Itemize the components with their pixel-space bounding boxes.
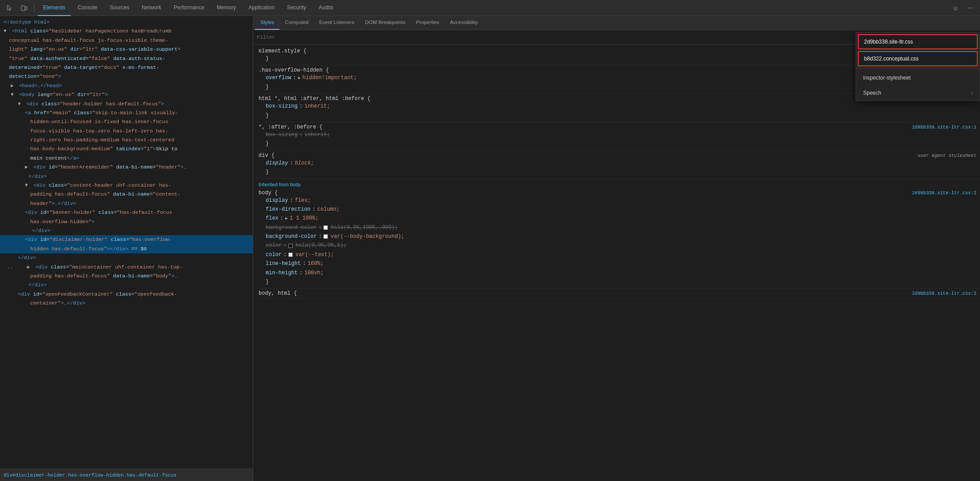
css-selector-div: div { — [259, 152, 275, 159]
css-rule-div-ua: div { user agent stylesheet display: blo… — [253, 151, 980, 179]
tab-security[interactable]: Security — [282, 0, 311, 16]
stylesheet-dropdown-panel[interactable]: 2d9bb338.site-ltr.css b8d322.conceptual.… — [856, 32, 980, 101]
tab-elements[interactable]: Elements — [38, 0, 71, 16]
color-swatch-dark[interactable] — [288, 244, 293, 248]
dom-line-main-close: </div> — [0, 281, 253, 289]
dom-line-skip-link[interactable]: <a href="#main" class="skip-to-main-link… — [0, 108, 253, 117]
styles-content[interactable]: element.style { } .has-overflow-hidden {… — [253, 44, 980, 481]
dom-line-skip-link-4: right-zero has-padding-medium has-text-c… — [0, 136, 253, 144]
tab-event-listeners[interactable]: Event Listeners — [314, 16, 359, 30]
css-selector-overflow: .has-overflow-hidden { — [259, 67, 329, 73]
tab-computed[interactable]: Computed — [279, 16, 314, 30]
css-prop-html-box-sizing: box-sizing: inherit; — [259, 102, 976, 111]
tab-sources[interactable]: Sources — [104, 0, 135, 16]
more-options-button[interactable]: ⋯ — [965, 3, 976, 13]
dom-line-content-header-3: header">…</div> — [0, 199, 253, 208]
dom-line-html-2: conceptual has-default-focus js-focus-vi… — [0, 36, 253, 45]
dropdown-item-site-ltr-css[interactable]: 2d9bb338.site-ltr.css — [858, 34, 978, 49]
css-prop-all-box-sizing: box-sizing: inherit; — [259, 130, 976, 139]
tab-dom-breakpoints[interactable]: DOM Breakpoints — [360, 16, 411, 30]
css-prop-body-color-strike: color: hsla(0,0%,9%,1); — [259, 241, 976, 250]
dropdown-item-speech[interactable]: Speech › — [856, 85, 980, 100]
dropdown-item-conceptual-css[interactable]: b8d322.conceptual.css — [858, 51, 978, 66]
css-source-ua: user agent stylesheet — [918, 153, 976, 158]
css-prop-display-block: display: block; — [259, 159, 976, 168]
color-swatch-body-bg[interactable] — [323, 234, 328, 239]
css-prop-body-flex: flex: ▶ 1 1 100%; — [259, 214, 976, 223]
css-rule-all-pseudo: *, :after, :before { 2d9bb338.site-ltr.c… — [253, 122, 980, 151]
css-source-body-html[interactable]: 2d9bb338.site-ltr.css:2 — [912, 291, 976, 296]
dom-line-ellipsis[interactable]: .. ▶ <div class="mainContainer uhf-conta… — [0, 263, 253, 272]
tab-performance[interactable]: Performance — [168, 0, 210, 16]
css-selector-all-pseudo: *, :after, :before { — [259, 124, 323, 130]
tab-audits[interactable]: Audits — [313, 0, 339, 16]
toolbar-right-icons: ☺ ⋯ — [950, 3, 976, 13]
dom-line-header-holder[interactable]: ▼ <div class="header-holder has-default-… — [0, 100, 253, 108]
dom-line-html-4: "true" data-authenticated="false" data-a… — [0, 54, 253, 63]
css-rule-body-html: body, html { 2d9bb338.site-ltr.css:2 — [253, 289, 980, 299]
dom-line-skip-link-3: focus-visible has-top-zero has-left-zero… — [0, 127, 253, 136]
dom-line-skip-link-6: main content</a> — [0, 154, 253, 163]
device-emulation-button[interactable] — [18, 3, 30, 13]
tab-accessibility[interactable]: Accessibility — [445, 16, 483, 30]
dom-line-banner[interactable]: <div id="banner-holder" class="has-defau… — [0, 208, 253, 217]
dom-line-doctype[interactable]: <!doctype html> — [0, 18, 253, 27]
dom-line-banner-2: has-overflow-hidden"> — [0, 217, 253, 226]
tab-styles[interactable]: Styles — [255, 16, 279, 30]
css-source-all-pseudo[interactable]: 2d9bb338.site-ltr.css:1 — [912, 124, 976, 130]
main-content: <!doctype html> ▼ <html class="hasSideba… — [0, 16, 980, 481]
css-selector-body-html: body, html { — [259, 290, 297, 297]
dom-line-main-2: padding has-default-focus" data-bi-name=… — [0, 272, 253, 281]
css-selector-html-all: html *, html :after, html :before { — [259, 96, 370, 102]
tab-application[interactable]: Application — [243, 0, 280, 16]
css-prop-body-min-height: min-height: 100vh; — [259, 269, 976, 277]
tab-console[interactable]: Console — [72, 0, 103, 16]
css-prop-body-display: display: flex; — [259, 196, 976, 205]
css-selector-element-style: element.style { — [259, 48, 307, 54]
color-swatch-text[interactable] — [288, 253, 293, 257]
dom-line-html-3: light" lang="en-us" dir="ltr" data-css-v… — [0, 45, 253, 54]
css-prop-body-bgcolor: background-color: var(--body-background)… — [259, 232, 976, 241]
dom-line-html[interactable]: ▼ <html class="hasSidebar hasPageActions… — [0, 27, 253, 36]
dom-line-banner-close: </div> — [0, 226, 253, 235]
cursor-tool-button[interactable] — [4, 3, 16, 13]
css-prop-body-line-height: line-height: 160%; — [259, 259, 976, 268]
dom-line-html-6: detection="none"> — [0, 72, 253, 81]
css-prop-body-flex-dir: flex-direction: column; — [259, 205, 976, 214]
dom-line-disclaimer-2: hidden has-default-focus"></div> == $0 — [0, 245, 253, 253]
dropdown-item-inspector[interactable]: inspector-stylesheet — [856, 70, 980, 85]
tab-memory[interactable]: Memory — [211, 0, 241, 16]
inherited-from-label: Inherited from body — [253, 179, 980, 188]
styles-filter-input[interactable] — [257, 34, 930, 40]
elements-dom-tree[interactable]: <!doctype html> ▼ <html class="hasSideba… — [0, 16, 253, 469]
emoji-button[interactable]: ☺ — [950, 3, 961, 13]
dom-line-feedback-2: container">…</div> — [0, 299, 253, 308]
svg-rect-1 — [25, 7, 27, 10]
dom-line-body[interactable]: ▼ <body lang="en-us" dir="ltr"> — [0, 90, 253, 99]
css-prop-body-bgcolor-strike: background-color: hsla(0,0%,100%,.999); — [259, 223, 976, 232]
dom-line-content-header[interactable]: ▼ <div class="content-header uhf-contain… — [0, 181, 253, 190]
dom-line-disclaimer[interactable]: <div id="disclaimer-holder" class="has-o… — [0, 235, 253, 244]
dom-line-skip-link-5: has-body-background-medium" tabindex="1"… — [0, 144, 253, 153]
color-swatch-white[interactable] — [323, 225, 328, 230]
css-rule-body: body { 2d9bb338.site-ltr.css:2 display: … — [253, 188, 980, 289]
chevron-right-icon: › — [971, 91, 972, 96]
dom-line-feedback[interactable]: <div id="openFeedbackContainer" class="o… — [0, 290, 253, 299]
css-selector-body: body { — [259, 190, 278, 196]
toolbar-divider-1 — [34, 4, 34, 12]
elements-panel: <!doctype html> ▼ <html class="hasSideba… — [0, 16, 253, 481]
svg-rect-0 — [21, 6, 25, 11]
tab-network[interactable]: Network — [136, 0, 167, 16]
dom-line-header-area[interactable]: ▶ <div id="headerAreaHolder" data-bi-nam… — [0, 163, 253, 172]
dropdown-divider — [856, 68, 980, 68]
dom-line-head[interactable]: ▶ <head>…</head> — [0, 81, 253, 90]
devtools-toolbar: Elements Console Sources Network Perform… — [0, 0, 980, 16]
css-prop-body-color: color: var(--text); — [259, 250, 976, 259]
dom-line-header-close: </div> — [0, 172, 253, 181]
styles-tabs-bar: Styles Computed Event Listeners DOM Brea… — [253, 16, 980, 30]
elements-breadcrumb[interactable]: div#disclaimer-holder.has-overflow-hidde… — [0, 469, 253, 481]
css-source-body[interactable]: 2d9bb338.site-ltr.css:2 — [912, 190, 976, 196]
dom-line-header-holder-close: </div> — [0, 253, 253, 262]
dom-line-content-header-2: padding has-default-focus" data-bi-name=… — [0, 190, 253, 199]
tab-properties[interactable]: Properties — [410, 16, 444, 30]
